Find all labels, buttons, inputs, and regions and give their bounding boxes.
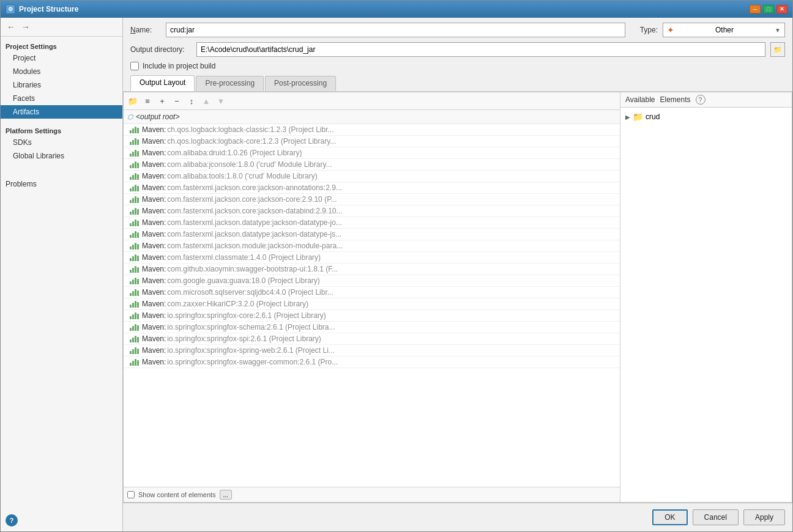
remove-item-button[interactable]: − xyxy=(170,94,184,108)
available-title: Available xyxy=(625,95,655,104)
item-name: Maven: xyxy=(142,265,166,273)
item-name: Maven: xyxy=(142,125,166,134)
content-panel: 📁 ≡ + − ↕ ▲ ▼ ⬡ <output root> xyxy=(123,92,792,503)
sidebar-item-global-libraries-label: Global Libraries xyxy=(13,152,64,160)
available-items: ▶ 📁 crud xyxy=(620,108,792,502)
list-item[interactable]: Maven: com.fasterxml.jackson.core:jackso… xyxy=(124,205,620,217)
list-item[interactable]: Maven: io.springfox:springfox-schema:2.6… xyxy=(124,322,620,333)
type-dropdown[interactable]: ✦ Other ▼ xyxy=(663,23,785,37)
include-checkbox[interactable] xyxy=(130,62,139,70)
item-detail: com.fasterxml.jackson.core:jackson-core:… xyxy=(167,195,337,204)
close-button[interactable]: ✕ xyxy=(776,5,787,13)
list-item[interactable]: Maven: com.fasterxml.jackson.core:jackso… xyxy=(124,182,620,194)
sidebar-item-project[interactable]: Project xyxy=(1,51,122,65)
list-item[interactable]: Maven: ch.qos.logback:logback-classic:1.… xyxy=(124,124,620,136)
list-item[interactable]: Maven: io.springfox:springfox-core:2.6.1… xyxy=(124,310,620,322)
available-help-icon[interactable]: ? xyxy=(696,95,706,105)
item-name: Maven: xyxy=(142,172,166,180)
list-item[interactable]: Maven: io.springfox:springfox-spring-web… xyxy=(124,345,620,357)
item-detail: com.alibaba:tools:1.8.0 ('crud' Module L… xyxy=(167,172,317,180)
show-content-checkbox[interactable] xyxy=(127,491,135,498)
tree-footer: Show content of elements ... xyxy=(124,487,620,502)
type-icon: ✦ xyxy=(667,25,674,35)
move-up-button[interactable]: ▲ xyxy=(199,94,213,108)
maven-icon xyxy=(130,161,140,168)
item-name: Maven: xyxy=(142,160,166,169)
item-detail: com.google.guava:guava:18.0 (Project Lib… xyxy=(167,276,319,285)
browse-folder-button[interactable]: 📁 xyxy=(770,42,785,57)
name-input[interactable] xyxy=(166,23,625,37)
list-item[interactable]: Maven: ch.qos.logback:logback-core:1.2.3… xyxy=(124,136,620,147)
maven-icon xyxy=(130,184,140,191)
list-item[interactable]: Maven: com.zaxxer:HikariCP:3.2.0 (Projec… xyxy=(124,298,620,310)
maven-icon xyxy=(130,254,140,261)
tab-pre-processing[interactable]: Pre-processing xyxy=(196,76,264,91)
ellipsis-button[interactable]: ... xyxy=(220,490,232,500)
maximize-button[interactable]: □ xyxy=(763,5,774,13)
name-label: Name: xyxy=(130,26,161,34)
apply-button[interactable]: Apply xyxy=(743,509,785,525)
minimize-button[interactable]: ─ xyxy=(750,5,761,13)
title-bar-buttons: ─ □ ✕ xyxy=(750,5,787,13)
sidebar-item-facets[interactable]: Facets xyxy=(1,92,122,105)
sidebar-item-artifacts[interactable]: Artifacts xyxy=(1,105,122,119)
list-item[interactable]: Maven: com.github.xiaoymin:swagger-boots… xyxy=(124,264,620,275)
avail-item-label: crud xyxy=(646,113,660,121)
list-item[interactable]: Maven: com.fasterxml.jackson.datatype:ja… xyxy=(124,229,620,240)
sidebar-item-sdks-label: SDKs xyxy=(13,138,32,147)
item-name: Maven: xyxy=(142,334,166,343)
nav-forward-button[interactable]: → xyxy=(19,20,32,34)
move-down-button[interactable]: ▼ xyxy=(214,94,228,108)
sort-button[interactable]: ↕ xyxy=(185,94,198,108)
output-root-label: <output root> xyxy=(136,113,179,121)
item-detail: io.springfox:springfox-spring-web:2.6.1 … xyxy=(167,346,334,355)
add-folder-button[interactable]: 📁 xyxy=(126,94,140,108)
list-item[interactable]: Maven: com.fasterxml.classmate:1.4.0 (Pr… xyxy=(124,252,620,264)
list-item[interactable]: Maven: com.alibaba:druid:1.0.26 (Project… xyxy=(124,147,620,159)
item-name: Maven: xyxy=(142,253,166,262)
show-content-button[interactable]: ≡ xyxy=(141,94,154,108)
maven-icon xyxy=(130,300,140,308)
item-name: Maven: xyxy=(142,149,166,157)
output-input[interactable] xyxy=(196,42,765,57)
maven-icon xyxy=(130,149,140,157)
item-detail: com.alibaba:jconsole:1.8.0 ('crud' Modul… xyxy=(167,160,332,169)
tab-output-layout[interactable]: Output Layout xyxy=(130,75,195,91)
platform-settings-title: Platform Settings xyxy=(1,124,122,136)
avail-item-crud[interactable]: ▶ 📁 crud xyxy=(623,110,789,124)
sidebar-item-problems[interactable]: Problems xyxy=(1,177,122,191)
sidebar-item-sdks[interactable]: SDKs xyxy=(1,136,122,149)
item-name: Maven: xyxy=(142,311,166,320)
list-item[interactable]: Maven: com.google.guava:guava:18.0 (Proj… xyxy=(124,275,620,287)
expand-icon[interactable]: ▶ xyxy=(625,114,630,120)
list-item[interactable]: Maven: com.fasterxml.jackson.core:jackso… xyxy=(124,194,620,205)
item-name: Maven: xyxy=(142,276,166,285)
cancel-button[interactable]: Cancel xyxy=(693,509,739,525)
list-item[interactable]: Maven: com.alibaba:tools:1.8.0 ('crud' M… xyxy=(124,171,620,182)
top-section: Name: Type: ✦ Other ▼ Output directory: … xyxy=(123,18,792,92)
list-item[interactable]: Maven: com.alibaba:jconsole:1.8.0 ('crud… xyxy=(124,159,620,171)
item-detail: io.springfox:springfox-spi:2.6.1 (Projec… xyxy=(167,334,321,343)
output-root-icon: ⬡ xyxy=(127,113,133,121)
ok-button[interactable]: OK xyxy=(652,509,687,525)
tab-post-processing-label: Post-processing xyxy=(274,79,327,87)
tree-panel: 📁 ≡ + − ↕ ▲ ▼ ⬡ <output root> xyxy=(124,92,620,502)
list-item[interactable]: Maven: io.springfox:springfox-spi:2.6.1 … xyxy=(124,333,620,345)
list-item[interactable]: Maven: com.microsoft.sqlserver:sqljdbc4:… xyxy=(124,287,620,298)
output-root-node[interactable]: ⬡ <output root> xyxy=(124,110,620,124)
list-item[interactable]: Maven: com.fasterxml.jackson.datatype:ja… xyxy=(124,217,620,229)
problems-section xyxy=(1,172,122,177)
tab-post-processing[interactable]: Post-processing xyxy=(265,76,336,91)
add-item-button[interactable]: + xyxy=(155,94,169,108)
list-item[interactable]: Maven: com.fasterxml.jackson.module:jack… xyxy=(124,240,620,252)
list-item[interactable]: Maven: io.springfox:springfox-swagger-co… xyxy=(124,357,620,368)
sidebar-item-global-libraries[interactable]: Global Libraries xyxy=(1,149,122,163)
nav-back-button[interactable]: ← xyxy=(4,20,18,34)
item-detail: ch.qos.logback:logback-classic:1.2.3 (Pr… xyxy=(167,125,333,134)
help-icon[interactable]: ? xyxy=(6,514,18,526)
maven-icon xyxy=(130,289,140,296)
sidebar-item-modules[interactable]: Modules xyxy=(1,65,122,78)
item-detail: ch.qos.logback:logback-core:1.2.3 (Proje… xyxy=(167,137,336,146)
sidebar-item-libraries[interactable]: Libraries xyxy=(1,78,122,92)
item-detail: io.springfox:springfox-schema:2.6.1 (Pro… xyxy=(167,323,335,331)
